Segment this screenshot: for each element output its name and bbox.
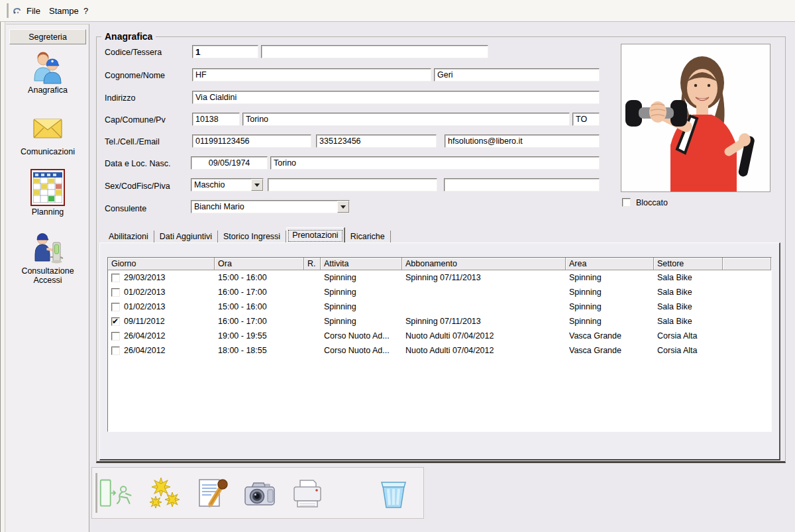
tessera-field[interactable] xyxy=(261,45,488,58)
camera-icon xyxy=(243,477,276,510)
trash-icon xyxy=(377,477,410,510)
column-header-settore[interactable]: Settore xyxy=(654,258,723,270)
sidebar-header[interactable]: Segreteria xyxy=(9,29,86,44)
bloccato-checkbox[interactable] xyxy=(622,198,631,207)
tab-dati-aggiuntivi[interactable]: Dati Aggiuntivi xyxy=(154,231,218,242)
access-person-icon xyxy=(30,231,65,265)
cognome-nome-label: Cognome/Nome xyxy=(105,71,165,80)
prenotazioni-table: Giorno Ora R. Attivita Abbonamento Area … xyxy=(107,257,772,432)
column-header-abbonamento[interactable]: Abbonamento xyxy=(402,258,566,270)
app-window: File Stampe ? Segreteria Anagrafica xyxy=(0,0,795,532)
row-checkbox[interactable] xyxy=(111,274,120,282)
consulente-label: Consulente xyxy=(105,204,146,213)
new-icon xyxy=(148,477,181,510)
codice-field[interactable] xyxy=(192,45,258,58)
menu-stampe[interactable]: Stampe xyxy=(46,5,81,17)
table-header: Giorno Ora R. Attivita Abbonamento Area … xyxy=(108,258,771,270)
app-icon xyxy=(12,5,23,16)
piva-field[interactable] xyxy=(444,178,600,191)
codice-tessera-label: Codice/Tessera xyxy=(105,48,162,57)
sidebar-item-planning[interactable]: Planning xyxy=(6,169,89,217)
sidebar-item-anagrafica[interactable]: Anagrafica xyxy=(6,50,89,95)
bloccato-label: Bloccato xyxy=(636,198,668,207)
table-row[interactable]: 26/04/2012 19:00 - 19:55 Corso Nuoto Ad.… xyxy=(108,329,771,343)
delete-button[interactable] xyxy=(376,476,411,511)
column-header-filler xyxy=(723,258,771,270)
cognome-field[interactable] xyxy=(192,68,431,81)
row-checkbox[interactable] xyxy=(111,332,120,341)
row-checkbox[interactable] xyxy=(111,346,120,355)
sidebar-item-comunicazioni[interactable]: Comunicazioni xyxy=(6,111,89,156)
cap-field[interactable] xyxy=(192,113,240,126)
cell-field[interactable] xyxy=(316,134,437,148)
member-photo xyxy=(621,44,770,192)
edit-button[interactable] xyxy=(194,476,230,511)
table-row[interactable]: 09/11/2012 16:00 - 17:00 Spinning Spinni… xyxy=(108,314,771,329)
menu-bar: File Stampe ? xyxy=(0,0,795,22)
column-header-area[interactable]: Area xyxy=(566,258,654,270)
data-nascita-field[interactable] xyxy=(191,156,268,170)
sidebar-label-planning: Planning xyxy=(9,207,87,217)
sidebar: Segreteria Anagrafica xyxy=(6,24,89,532)
consulente-combobox-dropdown-button[interactable] xyxy=(337,201,349,213)
indirizzo-label: Indirizzo xyxy=(105,93,136,103)
data-loc-nasc-label: Data e Loc. Nasc. xyxy=(105,159,170,168)
email-field[interactable] xyxy=(445,134,600,148)
column-header-attivita[interactable]: Attivita xyxy=(321,258,402,270)
people-icon xyxy=(30,50,65,84)
cap-comune-pv-label: Cap/Comune/Pv xyxy=(105,115,166,125)
window-left-edge xyxy=(0,0,5,532)
consulente-combobox-value: Bianchi Mario xyxy=(191,201,337,213)
sex-codfisc-piva-label: Sex/CodFisc/Piva xyxy=(105,182,170,191)
exit-button[interactable] xyxy=(99,476,134,511)
sex-combobox[interactable]: Maschio xyxy=(191,178,264,191)
tab-abilitazioni[interactable]: Abilitazioni xyxy=(103,231,154,242)
print-button[interactable] xyxy=(290,476,325,511)
codfisc-field[interactable] xyxy=(268,178,437,191)
tab-prenotazioni[interactable]: Prenotazioni xyxy=(286,227,345,242)
indirizzo-field[interactable] xyxy=(192,91,600,104)
groupbox-title: Anagrafica xyxy=(101,31,156,42)
consulente-combobox[interactable]: Bianchi Mario xyxy=(191,200,350,213)
row-checkbox[interactable] xyxy=(111,303,120,311)
table-row[interactable]: 26/04/2012 18:00 - 18:55 Corso Nuoto Ad.… xyxy=(108,343,771,358)
toolbar-grip[interactable] xyxy=(95,473,97,513)
row-checkbox[interactable] xyxy=(111,317,120,326)
tel-cell-email-label: Tel./Cell./Email xyxy=(105,137,160,146)
tab-storico-ingressi[interactable]: Storico Ingressi xyxy=(218,231,286,242)
calendar-icon xyxy=(33,172,62,203)
new-button[interactable] xyxy=(146,476,182,511)
table-row[interactable]: 29/03/2013 15:00 - 16:00 Spinning Spinni… xyxy=(108,270,771,285)
menu-grip[interactable] xyxy=(6,3,9,18)
bottom-toolbar xyxy=(91,467,424,519)
nome-field[interactable] xyxy=(434,68,600,81)
exit-icon xyxy=(99,477,134,510)
menu-file[interactable]: File xyxy=(24,5,43,17)
camera-button[interactable] xyxy=(242,476,278,511)
envelope-icon xyxy=(30,111,65,146)
row-checkbox[interactable] xyxy=(111,288,120,297)
tab-strip: Abilitazioni Dati Aggiuntivi Storico Ing… xyxy=(103,228,391,242)
sidebar-label-comunicazioni: Comunicazioni xyxy=(9,147,87,156)
sidebar-label-anagrafica: Anagrafica xyxy=(9,85,87,95)
pv-field[interactable] xyxy=(572,113,600,126)
menu-help[interactable]: ? xyxy=(81,5,91,17)
tel-field[interactable] xyxy=(192,134,311,148)
table-row[interactable]: 01/02/2013 15:00 - 16:00 Spinning Spinni… xyxy=(108,299,771,314)
column-header-r[interactable]: R. xyxy=(304,258,321,270)
table-row[interactable]: 01/02/2013 16:00 - 17:00 Spinning Spinni… xyxy=(108,285,771,299)
comune-field[interactable] xyxy=(242,113,570,126)
sidebar-item-consultazione-accessi[interactable]: Consultazione Accessi xyxy=(6,231,89,285)
tab-ricariche[interactable]: Ricariche xyxy=(345,231,391,242)
member-photo-image xyxy=(621,44,770,191)
sex-combobox-dropdown-button[interactable] xyxy=(251,179,263,191)
edit-icon xyxy=(195,477,229,510)
sex-combobox-value: Maschio xyxy=(191,179,251,191)
column-header-giorno[interactable]: Giorno xyxy=(108,258,215,270)
column-header-ora[interactable]: Ora xyxy=(215,258,304,270)
sidebar-label-consultazione-accessi: Consultazione Accessi xyxy=(9,266,87,285)
print-icon xyxy=(290,477,325,510)
luogo-nascita-field[interactable] xyxy=(270,156,600,170)
